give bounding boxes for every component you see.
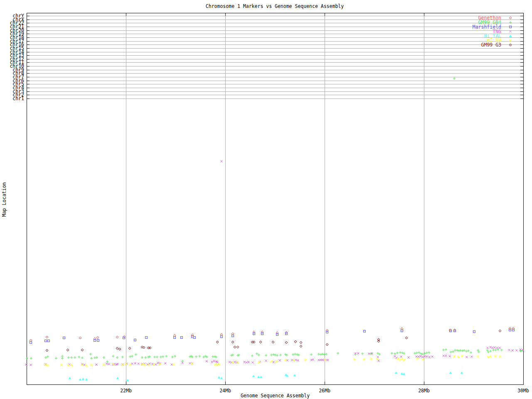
- gm99-gb4-marker: [106, 360, 108, 363]
- wi-rh-marker: [191, 362, 194, 365]
- gm99-g3-marker: [251, 341, 254, 343]
- gm99-gb4-marker: [214, 355, 216, 358]
- gm99-g3-marker: [405, 337, 408, 339]
- tng-marker: [471, 356, 473, 358]
- legend-marker-wi-rh: [509, 39, 512, 42]
- gm99-gb4-marker: [284, 353, 287, 356]
- gm99-gb4-marker: [396, 352, 399, 354]
- tng-marker: [449, 355, 451, 357]
- wi-rh-marker: [270, 360, 273, 363]
- marshfield-marker: [134, 339, 136, 341]
- gm99-gb4-marker: [292, 353, 294, 356]
- tng-marker: [408, 357, 410, 359]
- gm99-g3-marker: [232, 341, 234, 343]
- gm99-gb4-marker: [325, 353, 328, 355]
- gm99-gb4-marker: [55, 357, 57, 360]
- gm99-gb4-marker: [121, 356, 124, 358]
- tng-marker: [357, 352, 360, 355]
- gm99-gb4-marker: [148, 355, 151, 358]
- wi-rh-marker: [499, 355, 502, 358]
- tng-marker: [494, 347, 496, 349]
- tng-marker: [134, 362, 136, 365]
- tng-marker: [466, 356, 468, 358]
- gm99-gb4-marker: [238, 354, 240, 356]
- wi-yac-marker: [293, 374, 296, 377]
- x-tick-label-22Mb: 22Mb: [120, 388, 132, 394]
- marshfield-marker: [145, 337, 148, 339]
- wi-rh-marker: [60, 364, 63, 367]
- gm99-gb4-marker: [162, 355, 164, 358]
- tng-marker: [318, 359, 320, 361]
- gm99-g3-marker: [377, 338, 380, 341]
- gm99-gb4-marker: [323, 353, 325, 356]
- gm99-g3-marker: [66, 349, 69, 351]
- series-marshfield: [30, 329, 515, 344]
- marshfield-marker: [509, 329, 511, 331]
- gm99-gb4-marker: [270, 354, 273, 356]
- y-tick-label-chr1: chr1: [12, 96, 24, 101]
- wi-rh-marker: [47, 364, 49, 367]
- gm99-gb4-marker: [298, 354, 300, 356]
- wi-rh-marker: [236, 361, 239, 364]
- legend-marker-gm99-g3: [509, 44, 512, 46]
- gm99-gb4-marker: [195, 355, 197, 358]
- gm99-gb4-marker: [310, 353, 313, 356]
- wi-rh-marker: [457, 356, 460, 359]
- tng-marker: [426, 356, 428, 358]
- gm99-gb4-marker: [445, 348, 447, 351]
- gm99-gb4-marker: [442, 349, 445, 351]
- wi-rh-marker: [494, 355, 497, 358]
- gm99-g3-marker: [294, 340, 297, 343]
- tng-marker: [512, 350, 514, 352]
- tng-marker: [221, 160, 223, 163]
- tng-marker: [234, 361, 236, 363]
- wi-rh-marker: [67, 364, 70, 367]
- gm99-gb4-marker: [74, 356, 76, 359]
- tng-marker: [422, 356, 424, 358]
- gm99-gb4-marker: [90, 357, 93, 360]
- tng-marker: [138, 363, 140, 365]
- wi-rh-marker: [232, 361, 234, 364]
- tng-marker: [400, 356, 402, 358]
- gm99-g3-marker: [46, 349, 48, 352]
- wi-yac-marker: [252, 375, 255, 377]
- wi-rh-marker: [141, 363, 144, 366]
- gm99-gb4-marker: [131, 355, 133, 357]
- tng-marker: [297, 360, 299, 362]
- gm99-g3-marker: [326, 343, 328, 346]
- grid-layer: [27, 13, 523, 384]
- wi-rh-marker: [85, 365, 88, 367]
- wi-rh-marker: [81, 364, 84, 367]
- gm99-gb4-marker: [112, 355, 114, 357]
- tng-marker: [165, 362, 167, 365]
- wi-rh-marker: [159, 363, 162, 366]
- gm99-g3-marker: [259, 341, 262, 343]
- tng-marker: [108, 363, 110, 365]
- gm99-gb4-marker: [459, 349, 462, 352]
- tng-marker: [206, 360, 208, 362]
- gm99-gb4-marker: [321, 353, 324, 355]
- x-tick-label-24Mb: 24Mb: [219, 388, 231, 394]
- marshfield-marker: [261, 333, 264, 335]
- tng-marker: [96, 364, 98, 366]
- gm99-g3-marker: [234, 346, 236, 348]
- wi-yac-marker: [220, 377, 223, 379]
- gm99-g3-marker: [285, 341, 288, 344]
- gm99-gb4-marker: [361, 352, 364, 355]
- series-gm99-gb4: [26, 77, 524, 363]
- plot-border-layer: [27, 13, 524, 385]
- wi-rh-marker: [275, 360, 278, 363]
- wi-rh-marker: [487, 356, 490, 359]
- tng-marker: [252, 362, 254, 364]
- gm99-gb4-marker: [461, 350, 464, 352]
- gm99-gb4-marker: [135, 353, 137, 356]
- tng-marker: [246, 362, 248, 364]
- gm99-gb4-marker: [450, 351, 452, 353]
- gm99-gb4-marker: [30, 357, 32, 360]
- gm99-gb4-marker: [470, 351, 472, 354]
- gm99-gb4-marker: [94, 357, 96, 359]
- gm99-gb4-marker: [294, 353, 296, 355]
- gm99-gb4-marker: [279, 354, 282, 356]
- genethon-marker: [96, 336, 99, 339]
- gm99-gb4-marker: [230, 354, 233, 357]
